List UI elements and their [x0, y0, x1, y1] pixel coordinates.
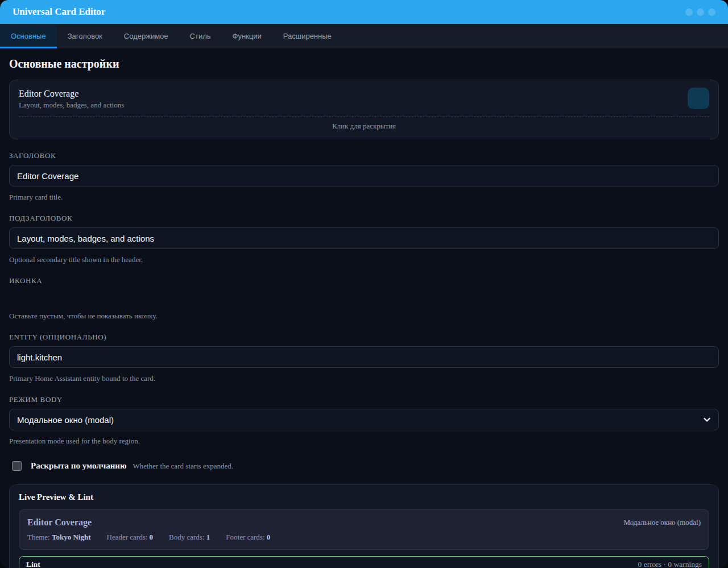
tab-title[interactable]: Заголовок [57, 24, 113, 48]
body-mode-field-helper: Presentation mode used for the body regi… [9, 437, 719, 446]
meta-theme: Theme: Tokyo Night [27, 533, 91, 542]
main-content: Основные настройки Editor Coverage Layou… [0, 48, 728, 568]
lint-title: Lint [26, 560, 40, 568]
app-title: Universal Card Editor [13, 6, 105, 18]
window-dot-icon [708, 9, 715, 16]
body-mode-field-label: РЕЖИМ BODY [9, 395, 719, 404]
body-mode-select-wrap: Модальное окно (modal) [9, 409, 719, 430]
lint-box: Lint 0 errors · 0 warnings Проблем не на… [19, 556, 709, 568]
tab-style[interactable]: Стиль [179, 24, 222, 48]
lint-header: Lint 0 errors · 0 warnings [19, 557, 709, 568]
expand-hint[interactable]: Клик для раскрытия [19, 117, 709, 136]
title-input[interactable] [9, 165, 719, 186]
header-dots [685, 9, 715, 16]
expanded-checkbox[interactable] [12, 461, 22, 471]
title-field-helper: Primary card title. [9, 193, 719, 202]
collapsed-card-subtitle: Layout, modes, badges, and actions [19, 100, 709, 110]
preview-card-left: Editor Coverage Theme: Tokyo Night Heade… [27, 516, 270, 542]
live-preview-panel: Live Preview & Lint Editor Coverage Them… [9, 484, 719, 568]
preview-card-mode-badge: Модальное окно (modal) [623, 516, 701, 527]
page-title: Основные настройки [9, 57, 719, 71]
app-header: Universal Card Editor [0, 0, 728, 24]
tab-main[interactable]: Основные [0, 24, 57, 48]
collapsed-card[interactable]: Editor Coverage Layout, modes, badges, a… [9, 80, 719, 139]
app-window: Universal Card Editor Основные Заголовок… [0, 0, 728, 568]
window-dot-icon [697, 9, 704, 16]
entity-field-helper: Primary Home Assistant entity bound to t… [9, 374, 719, 383]
expanded-check-row: Раскрыта по умолчанию Whether the card s… [9, 461, 719, 471]
entity-input[interactable] [9, 346, 719, 368]
icon-field-empty [9, 290, 719, 305]
preview-card-meta: Theme: Tokyo Night Header cards: 0 Body … [27, 533, 270, 542]
live-preview-heading: Live Preview & Lint [19, 492, 709, 502]
subtitle-field-helper: Optional secondary title shown in the he… [9, 255, 719, 264]
expand-toggle-button[interactable] [688, 88, 709, 109]
tab-bar: Основные Заголовок Содержимое Стиль Функ… [0, 24, 728, 48]
tab-functions[interactable]: Функции [222, 24, 272, 48]
preview-card: Editor Coverage Theme: Tokyo Night Heade… [19, 509, 709, 550]
entity-field-label: ENTITY (ОПЦИОНАЛЬНО) [9, 333, 719, 342]
lint-summary: 0 errors · 0 warnings [638, 560, 702, 568]
icon-field-label: ИКОНКА [9, 276, 719, 285]
tab-advanced[interactable]: Расширенные [272, 24, 342, 48]
expanded-checkbox-helper: Whether the card starts expanded. [133, 462, 233, 471]
meta-footer-cards: Footer cards: 0 [226, 533, 270, 542]
expanded-checkbox-label: Раскрыта по умолчанию [31, 461, 126, 471]
meta-body-cards: Body cards: 1 [169, 533, 210, 542]
subtitle-input[interactable] [9, 227, 719, 249]
title-field-label: ЗАГОЛОВОК [9, 151, 719, 160]
meta-header-cards: Header cards: 0 [107, 533, 154, 542]
preview-card-title: Editor Coverage [27, 516, 270, 528]
body-mode-select[interactable]: Модальное окно (modal) [9, 409, 719, 430]
window-dot-icon [685, 9, 693, 16]
tab-content[interactable]: Содержимое [113, 24, 179, 48]
icon-field-helper: Оставьте пустым, чтобы не показывать ико… [9, 312, 719, 321]
collapsed-card-title: Editor Coverage [19, 88, 709, 99]
subtitle-field-label: ПОДЗАГОЛОВОК [9, 214, 719, 223]
